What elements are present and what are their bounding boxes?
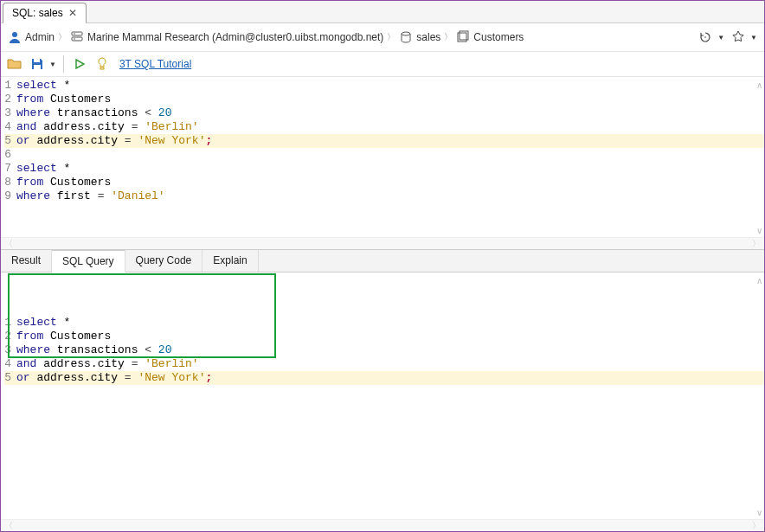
code-line[interactable]: 7select * bbox=[4, 162, 764, 176]
collection-icon bbox=[456, 30, 470, 44]
sql-editor[interactable]: 1select *2from Customers3where transacti… bbox=[1, 77, 764, 250]
line-text: select * bbox=[16, 316, 764, 330]
scroll-down-icon[interactable]: ∨ bbox=[756, 226, 762, 235]
code-line[interactable]: 6 bbox=[4, 148, 764, 162]
line-number: 4 bbox=[4, 357, 16, 371]
svg-point-4 bbox=[74, 38, 75, 40]
server-icon bbox=[70, 30, 84, 44]
results-tab-query-code[interactable]: Query Code bbox=[125, 250, 203, 272]
svg-rect-10 bbox=[34, 65, 41, 69]
hscrollbar[interactable]: 〈〉 bbox=[1, 519, 764, 531]
chevron-down-icon[interactable]: ▼ bbox=[717, 34, 724, 42]
chevron-right-icon: 〉 bbox=[58, 31, 67, 43]
breadcrumb-bar: Admin 〉 Marine Mammal Research (Admin@cl… bbox=[1, 23, 764, 52]
line-number: 9 bbox=[4, 189, 16, 203]
tab-title: SQL: sales bbox=[12, 7, 63, 19]
line-text bbox=[16, 148, 764, 162]
line-text: and address.city = 'Berlin' bbox=[16, 357, 764, 371]
line-number: 6 bbox=[4, 148, 16, 162]
save-icon[interactable] bbox=[29, 55, 46, 73]
svg-rect-9 bbox=[34, 59, 40, 62]
user-icon bbox=[8, 30, 22, 44]
svg-rect-2 bbox=[72, 37, 82, 41]
line-number: 3 bbox=[4, 343, 16, 357]
line-text: select * bbox=[16, 79, 764, 93]
chevron-down-icon[interactable]: ▼ bbox=[49, 61, 56, 68]
code-line[interactable]: 8from Customers bbox=[4, 176, 764, 189]
breadcrumb-collection[interactable]: Customers bbox=[473, 31, 524, 43]
run-icon[interactable] bbox=[71, 55, 88, 73]
svg-point-0 bbox=[12, 32, 17, 37]
right-actions: ▼ ▼ bbox=[697, 29, 757, 46]
line-number: 8 bbox=[4, 176, 16, 189]
scroll-up-icon[interactable]: ∧ bbox=[756, 276, 762, 285]
scroll-up-icon[interactable]: ∧ bbox=[756, 80, 762, 90]
code-line[interactable]: 3where transactions < 20 bbox=[4, 106, 764, 120]
svg-point-3 bbox=[74, 33, 75, 35]
svg-rect-1 bbox=[72, 32, 82, 35]
results-tab-sql-query[interactable]: SQL Query bbox=[52, 250, 125, 272]
close-tab-icon[interactable]: ✕ bbox=[68, 7, 77, 19]
results-sql-query[interactable]: 1select *2from Customers3where transacti… bbox=[1, 272, 764, 519]
results-tab-explain[interactable]: Explain bbox=[202, 250, 258, 272]
line-text: where first = 'Daniel' bbox=[16, 189, 764, 203]
code-line[interactable]: 2from Customers bbox=[4, 330, 764, 343]
open-icon[interactable] bbox=[6, 55, 23, 73]
line-number: 2 bbox=[4, 93, 16, 106]
line-text: where transactions < 20 bbox=[16, 343, 764, 357]
hint-icon[interactable] bbox=[93, 55, 111, 73]
tutorial-link[interactable]: 3T SQL Tutorial bbox=[119, 58, 191, 70]
code-line[interactable]: 1select * bbox=[4, 316, 764, 330]
line-text: select * bbox=[16, 162, 764, 176]
chevron-right-icon: 〉 bbox=[444, 31, 453, 43]
line-text: and address.city = 'Berlin' bbox=[16, 120, 764, 134]
line-number: 1 bbox=[4, 316, 16, 330]
line-number: 5 bbox=[4, 371, 16, 385]
line-number: 3 bbox=[4, 106, 16, 120]
line-text: or address.city = 'New York'; bbox=[16, 371, 764, 385]
code-line[interactable]: 9where first = 'Daniel' bbox=[4, 189, 764, 203]
code-line[interactable]: 2from Customers bbox=[4, 93, 764, 106]
breadcrumb: Admin 〉 Marine Mammal Research (Admin@cl… bbox=[8, 30, 691, 44]
line-text: from Customers bbox=[16, 93, 764, 106]
svg-rect-11 bbox=[100, 67, 104, 69]
toolbar: ▼ 3T SQL Tutorial bbox=[1, 52, 764, 77]
results-tab-result[interactable]: Result bbox=[1, 250, 52, 272]
chevron-down-icon[interactable]: ▼ bbox=[750, 34, 757, 42]
svg-point-5 bbox=[402, 32, 410, 35]
line-text: from Customers bbox=[16, 176, 764, 189]
line-text: from Customers bbox=[16, 330, 764, 343]
line-number: 5 bbox=[4, 134, 16, 148]
line-text: where transactions < 20 bbox=[16, 106, 764, 120]
code-line[interactable]: 3where transactions < 20 bbox=[4, 343, 764, 357]
star-icon[interactable] bbox=[730, 29, 747, 46]
breadcrumb-database[interactable]: sales bbox=[416, 31, 440, 43]
code-line[interactable]: 4and address.city = 'Berlin' bbox=[4, 120, 764, 134]
line-text: or address.city = 'New York'; bbox=[16, 134, 764, 148]
line-number: 2 bbox=[4, 330, 16, 343]
results-panel: 1select *2from Customers3where transacti… bbox=[1, 272, 764, 531]
code-line[interactable]: 5or address.city = 'New York'; bbox=[4, 134, 764, 148]
tab-sql-sales[interactable]: SQL: sales ✕ bbox=[3, 3, 87, 23]
results-tabs: ResultSQL QueryQuery CodeExplain bbox=[1, 250, 764, 272]
code-line[interactable]: 1select * bbox=[4, 79, 764, 93]
line-number: 1 bbox=[4, 79, 16, 93]
tab-bar: SQL: sales ✕ bbox=[1, 1, 764, 23]
divider bbox=[63, 55, 64, 73]
history-icon[interactable] bbox=[697, 29, 714, 46]
line-number: 4 bbox=[4, 120, 16, 134]
breadcrumb-connection[interactable]: Marine Mammal Research (Admin@cluster0.u… bbox=[87, 31, 383, 43]
database-icon bbox=[399, 30, 413, 44]
breadcrumb-user[interactable]: Admin bbox=[25, 31, 55, 43]
line-number: 7 bbox=[4, 162, 16, 176]
hscrollbar[interactable]: 〈〉 bbox=[1, 237, 764, 249]
svg-point-8 bbox=[704, 36, 706, 38]
chevron-right-icon: 〉 bbox=[387, 31, 395, 43]
scroll-down-icon[interactable]: ∨ bbox=[756, 508, 762, 517]
code-line[interactable]: 5or address.city = 'New York'; bbox=[4, 371, 764, 385]
code-line[interactable]: 4and address.city = 'Berlin' bbox=[4, 357, 764, 371]
